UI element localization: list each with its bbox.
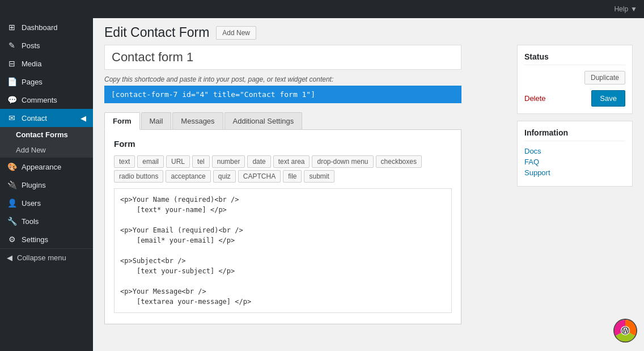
sidebar-item-media[interactable]: ⊟ Media [0,54,93,73]
page-header: Edit Contact Form Add New [93,18,644,45]
sidebar-item-label: Dashboard [22,23,58,32]
appearance-icon: 🎨 [7,162,17,171]
users-icon: 👤 [7,198,17,208]
dashboard-icon: ⊞ [7,23,17,32]
sidebar-bottom: ◀ Collapse menu [0,248,93,267]
duplicate-button[interactable]: Duplicate [584,71,625,84]
information-panel-title: Information [524,128,625,141]
tag-btn-tel[interactable]: tel [192,155,210,168]
support-link[interactable]: Support [524,168,625,177]
sidebar-item-label: Posts [22,41,40,50]
tools-icon: 🔧 [7,217,17,226]
page-title: Edit Contact Form [104,25,209,40]
information-panel: Information Docs FAQ Support [517,121,633,187]
pages-icon: 📄 [7,77,17,86]
media-icon: ⊟ [7,59,17,68]
tag-btn-radio[interactable]: radio buttons [114,170,163,183]
posts-icon: ✎ [7,41,17,50]
main-form-area: Copy this shortcode and paste it into yo… [104,45,499,324]
code-editor[interactable]: <p>Your Name (required)<br /> [text* you… [114,188,452,313]
tab-messages[interactable]: Messages [172,112,223,129]
sidebar-item-label: Tools [22,217,39,226]
help-label: Help [614,5,628,13]
panel-actions: Delete Save [524,90,625,107]
sidebar-item-label: Pages [22,78,43,86]
sidebar-item-appearance[interactable]: 🎨 Appearance [0,158,93,176]
sidebar-item-pages[interactable]: 📄 Pages [0,73,93,91]
status-panel: Status Duplicate Delete Save [517,45,633,114]
tag-btn-checkboxes[interactable]: checkboxes [376,155,422,168]
sidebar-item-settings[interactable]: ⚙ Settings [0,230,93,248]
tag-btn-captcha[interactable]: CAPTCHA [238,170,281,183]
sidebar-item-contact[interactable]: ✉ Contact ◀ [0,109,93,127]
tag-btn-text[interactable]: text [114,155,135,168]
contact-submenu: Contact Forms Add New [0,127,93,158]
shortcode-box[interactable]: [contact-form-7 id="4" title="Contact fo… [104,86,461,103]
tag-btn-textarea[interactable]: text area [273,155,310,168]
sidebar-item-comments[interactable]: 💬 Comments [0,91,93,109]
sidebar-item-posts[interactable]: ✎ Posts [0,36,93,54]
sidebar-item-plugins[interactable]: 🔌 Plugins [0,176,93,194]
sidebar-item-add-new[interactable]: Add New [0,142,93,158]
delete-button[interactable]: Delete [524,94,546,103]
sidebar-item-label: Plugins [22,181,46,189]
form-name-input[interactable] [104,45,461,70]
right-layout: Copy this shortcode and paste it into yo… [93,45,644,336]
add-new-button[interactable]: Add New [216,26,256,40]
tag-btn-number[interactable]: number [212,155,245,168]
sidebar: ⊞ Dashboard ✎ Posts ⊟ Media 📄 Pages 💬 Co… [0,18,93,351]
tag-btn-date[interactable]: date [247,155,270,168]
tag-buttons-row: text email URL tel number date text area… [114,155,452,183]
sidebar-item-label: Settings [22,235,48,244]
tab-additional-settings[interactable]: Additional Settings [224,112,303,129]
tab-mail[interactable]: Mail [141,112,172,129]
help-button[interactable]: Help ▼ [614,5,637,13]
tab-content-form: Form text email URL tel number date text… [104,130,461,324]
sidebar-item-users[interactable]: 👤 Users [0,194,93,212]
main-layout: ⊞ Dashboard ✎ Posts ⊟ Media 📄 Pages 💬 Co… [0,18,644,351]
tag-btn-submit[interactable]: submit [304,170,334,183]
faq-link[interactable]: FAQ [524,158,625,166]
sidebar-item-tools[interactable]: 🔧 Tools [0,212,93,230]
tag-btn-dropdown[interactable]: drop-down menu [312,155,373,168]
main-content: Edit Contact Form Add New Copy this shor… [93,18,644,351]
collapse-icon: ◀ [7,253,12,262]
sidebar-panels: Status Duplicate Delete Save Information… [508,45,633,324]
plugins-icon: 🔌 [7,180,17,189]
svg-text:W: W [622,328,628,334]
help-arrow-icon: ▼ [630,5,637,13]
form-section-title: Form [114,139,452,149]
settings-icon: ⚙ [7,235,17,244]
tag-btn-email[interactable]: email [137,155,164,168]
wp-logo-svg: W [613,319,637,342]
tabs: Form Mail Messages Additional Settings [104,112,461,130]
sidebar-item-label: Users [22,199,41,208]
status-panel-title: Status [524,52,625,65]
top-bar: Help ▼ [0,0,644,18]
tag-btn-acceptance[interactable]: acceptance [166,170,210,183]
tag-btn-quiz[interactable]: quiz [213,170,236,183]
sidebar-item-label: Contact [22,114,47,122]
wp-logo: W [613,319,637,344]
comments-icon: 💬 [7,95,17,104]
tag-btn-file[interactable]: file [283,170,302,183]
docs-link[interactable]: Docs [524,147,625,155]
tab-form[interactable]: Form [104,112,140,130]
contact-icon: ✉ [7,113,17,122]
save-button[interactable]: Save [591,90,625,107]
sidebar-item-label: Media [22,60,41,68]
sidebar-item-dashboard[interactable]: ⊞ Dashboard [0,18,93,36]
sidebar-item-contact-forms[interactable]: Contact Forms [0,127,93,142]
shortcode-label: Copy this shortcode and paste it into yo… [104,75,499,83]
tag-btn-url[interactable]: URL [166,155,190,168]
collapse-menu-button[interactable]: ◀ Collapse menu [0,248,93,267]
contact-arrow-icon: ◀ [80,114,86,122]
sidebar-item-label: Comments [22,96,57,104]
sidebar-item-label: Appearance [22,163,61,171]
